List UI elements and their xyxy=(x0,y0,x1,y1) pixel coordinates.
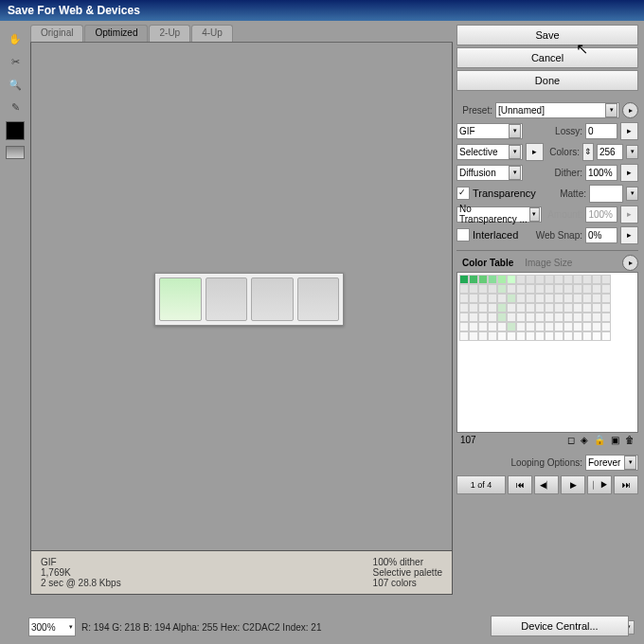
reduction-options-icon[interactable]: ▸ xyxy=(526,143,544,161)
zoom-tool-icon[interactable]: 🔍 xyxy=(7,76,24,93)
animation-preview xyxy=(154,273,344,326)
lossy-input[interactable] xyxy=(585,123,617,139)
info-time: 2 sec @ 28.8 Kbps xyxy=(41,578,121,588)
done-button[interactable]: Done xyxy=(456,70,638,91)
tab-original[interactable]: Original xyxy=(30,25,83,42)
frame-indicator: 1 of 4 xyxy=(456,475,506,494)
tab-4up[interactable]: 4-Up xyxy=(191,25,233,42)
color-table[interactable] xyxy=(456,272,638,433)
ct-shift-icon[interactable]: ◈ xyxy=(581,435,588,445)
cancel-button[interactable]: Cancel xyxy=(456,47,638,68)
info-format: GIF xyxy=(41,557,121,567)
amount-stepper-icon: ▸ xyxy=(620,206,638,224)
looping-label: Looping Options: xyxy=(510,457,582,468)
interlaced-label: Interlaced xyxy=(473,229,518,241)
transparency-dither-select[interactable]: No Transparency ...▾ xyxy=(456,206,542,223)
preview-frame xyxy=(159,277,202,321)
play-button[interactable]: ▶ xyxy=(561,475,585,494)
preset-label: Preset: xyxy=(456,105,492,116)
save-button[interactable]: Save xyxy=(456,25,638,45)
prev-frame-button[interactable]: ◀⎸ xyxy=(534,475,559,494)
first-frame-button[interactable]: ⏮ xyxy=(508,475,532,494)
preview-frame xyxy=(297,277,340,321)
window-title: Save For Web & Devices xyxy=(0,0,644,21)
preview-frame xyxy=(206,277,248,321)
dither-input[interactable] xyxy=(585,165,617,181)
preview-frame xyxy=(251,277,294,321)
websnap-label: Web Snap: xyxy=(536,230,582,241)
slice-tool-icon[interactable]: ✂ xyxy=(7,53,24,70)
info-size: 1,769K xyxy=(41,567,121,578)
tab-optimized[interactable]: Optimized xyxy=(84,25,148,42)
colors-dropdown-icon[interactable]: ▾ xyxy=(626,145,638,159)
last-frame-button[interactable]: ⏭ xyxy=(614,475,638,494)
format-select[interactable]: GIF▾ xyxy=(456,123,523,139)
tab-image-size[interactable]: Image Size xyxy=(519,256,578,270)
preset-menu-icon[interactable]: ▸ xyxy=(622,102,638,118)
tab-2up[interactable]: 2-Up xyxy=(149,25,190,42)
colors-label: Colors: xyxy=(549,147,580,157)
matte-dropdown-icon[interactable]: ▾ xyxy=(626,187,638,201)
pixel-info: R: 194 G: 218 B: 194 Alpha: 255 Hex: C2D… xyxy=(81,622,322,633)
transparency-label: Transparency xyxy=(473,188,536,199)
websnap-stepper-icon[interactable]: ▸ xyxy=(620,226,638,244)
dither-method-select[interactable]: Diffusion▾ xyxy=(456,165,523,181)
lossy-label: Lossy: xyxy=(555,126,582,136)
colors-input[interactable] xyxy=(597,144,623,160)
matte-swatch[interactable] xyxy=(589,185,623,203)
ct-lock-icon[interactable]: 🔒 xyxy=(594,435,605,445)
transparency-checkbox[interactable] xyxy=(456,187,470,200)
tab-color-table[interactable]: Color Table xyxy=(456,256,519,270)
matte-label: Matte: xyxy=(560,188,586,199)
info-palette: Selective palette xyxy=(373,567,442,578)
ct-select-icon[interactable]: ◻ xyxy=(567,435,575,445)
device-central-button[interactable]: Device Central... xyxy=(491,616,629,636)
toggle-slices-icon[interactable] xyxy=(6,146,25,159)
dither-stepper-icon[interactable]: ▸ xyxy=(620,164,638,182)
colortable-menu-icon[interactable]: ▸ xyxy=(622,255,638,271)
color-count: 107 xyxy=(460,435,476,445)
preview-canvas xyxy=(30,43,453,551)
lossy-stepper-icon[interactable]: ▸ xyxy=(620,122,638,140)
ct-new-icon[interactable]: ▣ xyxy=(611,435,619,445)
dither-label: Dither: xyxy=(555,168,582,178)
websnap-input[interactable] xyxy=(585,227,617,243)
info-colors: 107 colors xyxy=(373,578,442,588)
amount-label: Amount: xyxy=(547,209,582,220)
interlaced-checkbox[interactable] xyxy=(456,228,470,242)
next-frame-button[interactable]: ⎸▶ xyxy=(587,475,612,494)
zoom-select[interactable]: 300%▾ xyxy=(28,617,76,636)
colors-stepper-icon[interactable]: ⇕ xyxy=(582,143,594,161)
foreground-color-swatch[interactable] xyxy=(6,121,25,140)
ct-delete-icon[interactable]: 🗑 xyxy=(625,435,635,445)
hand-tool-icon[interactable]: ✋ xyxy=(7,30,24,47)
color-reduction-select[interactable]: Selective▾ xyxy=(456,144,523,160)
looping-select[interactable]: Forever▾ xyxy=(585,455,638,471)
preset-select[interactable]: [Unnamed]▾ xyxy=(495,102,619,118)
amount-input xyxy=(585,206,617,223)
info-dither: 100% dither xyxy=(373,557,442,567)
eyedropper-tool-icon[interactable]: ✎ xyxy=(7,98,24,116)
